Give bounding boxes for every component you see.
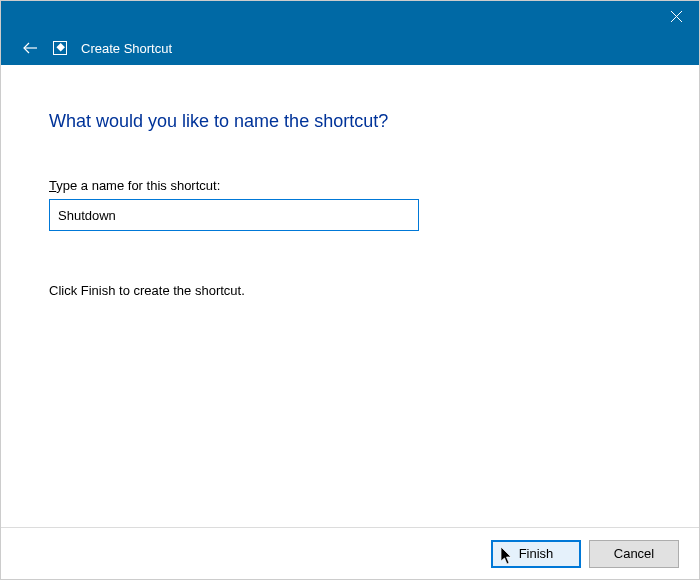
cancel-button-label: Cancel xyxy=(614,546,654,561)
page-heading: What would you like to name the shortcut… xyxy=(49,111,651,132)
cursor-icon xyxy=(501,547,513,565)
footer: Finish Cancel xyxy=(1,527,699,579)
back-arrow-icon xyxy=(22,42,38,54)
titlebar: Create Shortcut xyxy=(1,1,699,65)
finish-button-label: Finish xyxy=(519,546,554,561)
wizard-title: Create Shortcut xyxy=(81,41,172,56)
shortcut-name-input[interactable] xyxy=(49,199,419,231)
close-icon xyxy=(671,11,682,22)
close-button[interactable] xyxy=(653,1,699,31)
header-row: Create Shortcut xyxy=(1,39,172,57)
content-area: What would you like to name the shortcut… xyxy=(1,65,699,298)
input-label: Type a name for this shortcut: xyxy=(49,178,651,193)
hint-text: Click Finish to create the shortcut. xyxy=(49,283,651,298)
finish-button[interactable]: Finish xyxy=(491,540,581,568)
shortcut-app-icon xyxy=(53,41,67,55)
back-button[interactable] xyxy=(21,39,39,57)
cancel-button[interactable]: Cancel xyxy=(589,540,679,568)
